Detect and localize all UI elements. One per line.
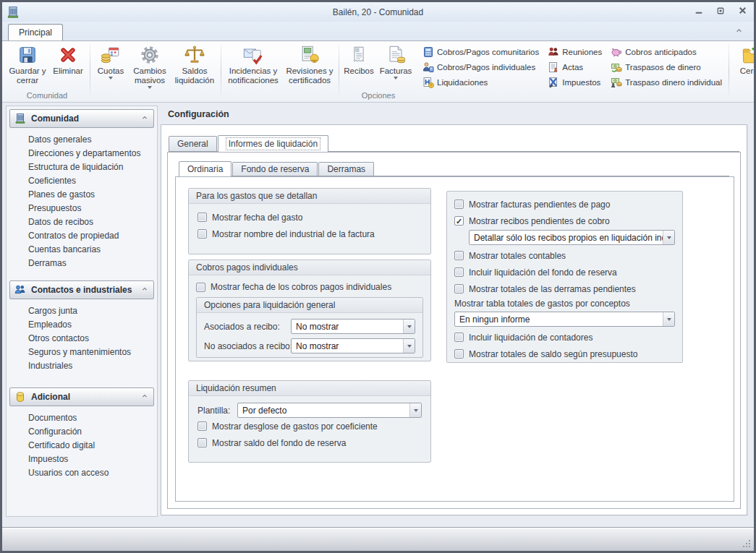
- checkbox-mostrar-fecha-del-gasto[interactable]: [198, 213, 207, 222]
- tab-label: General: [177, 139, 208, 149]
- ribbon-group-separator: [339, 44, 339, 100]
- sidebar-item-datos-de-recibos[interactable]: Datos de recibos: [7, 215, 157, 229]
- sidebar-item-presupuestos[interactable]: Presupuestos: [7, 202, 157, 215]
- minimize-button[interactable]: [692, 5, 706, 18]
- checkbox-mostrar-nombre-industrial[interactable]: [198, 229, 207, 239]
- ribbon-group-separator: [221, 44, 221, 100]
- sidebar-group-adicional[interactable]: Adicional: [9, 387, 154, 406]
- dropdown-arrow-button[interactable]: [663, 312, 674, 326]
- sidebar-item-empleados[interactable]: Empleados: [7, 318, 157, 332]
- ribbon-button-cuotas[interactable]: Cuotas: [93, 43, 129, 90]
- tab-general[interactable]: General: [169, 136, 217, 151]
- detallar-recibos-dropdown[interactable]: Detallar sólo los recibos propios en liq…: [469, 230, 675, 245]
- sidebar-item-cargos-junta[interactable]: Cargos junta: [7, 304, 157, 318]
- ribbon-item-liquidaciones[interactable]: Liquidaciones: [420, 74, 541, 90]
- tabla-totales-dropdown[interactable]: En ningun informe: [454, 312, 675, 327]
- sidebar-group-contactos-e-industriales[interactable]: Contactos e industriales: [9, 280, 154, 299]
- dropdown-value: No mostrar: [292, 320, 403, 333]
- checkbox-row: Incluir liquidación de contadores: [454, 329, 675, 346]
- sidebar-item-direcciones-y-departamentos[interactable]: Direcciones y departamentos: [7, 147, 157, 160]
- ribbon-item-cobros-anticipados[interactable]: Cobros anticipados: [608, 44, 724, 59]
- dropdown-arrow-button[interactable]: [663, 231, 674, 244]
- ribbon-tab-principal[interactable]: Principal: [8, 24, 63, 40]
- sidebar-item-coeficientes[interactable]: Coeficientes: [7, 174, 157, 188]
- ribbon-group-opciones: T Recibos Facturas Opciones: [340, 42, 417, 102]
- checkbox-mostrar-desglose[interactable]: [198, 421, 207, 431]
- sidebar-item-documentos[interactable]: Documentos: [7, 411, 157, 425]
- ribbon-item-traspaso-dinero-individual[interactable]: Traspaso dinero individual: [608, 74, 724, 90]
- window-title: Bailén, 20 - Comunidad: [2, 7, 754, 17]
- checkbox-saldo-segun-presupuesto[interactable]: [454, 349, 464, 359]
- ribbon-item-reuniones[interactable]: Reuniones: [545, 44, 604, 59]
- no-asociados-a-recibo-dropdown[interactable]: No mostrar: [291, 338, 415, 353]
- sidebar-item-cuentas-bancarias[interactable]: Cuentas bancarias: [7, 243, 157, 257]
- ribbon-button-facturas[interactable]: Facturas: [376, 43, 415, 90]
- calculator-icon: [422, 46, 434, 58]
- subtab-strip: Ordinaria Fondo de reserva Derramas: [179, 162, 729, 176]
- chevron-up-icon[interactable]: [140, 392, 149, 403]
- chevron-down-icon: [667, 236, 671, 239]
- restore-icon: [715, 5, 726, 18]
- sidebar-item-seguros-y-mantenimientos[interactable]: Seguros y mantenimientos: [7, 346, 157, 359]
- ribbon-item-label: Impuestos: [562, 78, 600, 87]
- checkbox-row: Mostrar desglose de gastos por coeficien…: [198, 418, 422, 434]
- sidebar-item-estructura-de-liquidacion[interactable]: Estructura de liquidación: [7, 160, 157, 174]
- ribbon-item-cobros-pagos-individuales[interactable]: Cobros/Pagos individuales: [420, 59, 541, 74]
- content-area: Comunidad Datos generales Direcciones y …: [2, 103, 754, 527]
- checkbox-derramas-pendientes[interactable]: [454, 284, 464, 293]
- sidebar-item-derramas[interactable]: Derramas: [7, 257, 157, 270]
- chevron-down-icon: [414, 409, 418, 412]
- groupbox-title: Opciones para liquidación general: [197, 298, 422, 313]
- checkbox-recibos-pendientes[interactable]: [454, 216, 464, 226]
- checkbox-mostrar-fecha-cobros[interactable]: [196, 283, 205, 292]
- ribbon-button-cambios-masivos[interactable]: Cambios masivos: [129, 43, 171, 90]
- tab-informes-de-liquidacion[interactable]: Informes de liquidación: [218, 135, 328, 152]
- close-folder-icon: [741, 44, 754, 66]
- sidebar-item-contratos-de-propiedad[interactable]: Contratos de propiedad: [7, 229, 157, 243]
- checkbox-totales-contables[interactable]: [454, 251, 464, 260]
- ribbon-button-eliminar[interactable]: Eliminar: [48, 43, 88, 90]
- ribbon-button-revisiones-y-certificados[interactable]: Revisiones y certificados: [283, 43, 336, 90]
- checkbox-liquidacion-contadores[interactable]: [454, 333, 464, 342]
- dropdown-arrow-button[interactable]: [403, 320, 415, 333]
- sidebar-item-certificado-digital[interactable]: Certificado digital: [7, 439, 157, 453]
- dropdown-arrow-button[interactable]: [409, 403, 421, 417]
- ribbon-collapse-button[interactable]: [732, 26, 745, 38]
- ribbon-item-traspasos-de-dinero[interactable]: Traspasos de dinero: [608, 59, 724, 74]
- ribbon-button-cerrar[interactable]: Cerrar: [731, 43, 754, 90]
- checkbox-incluir-fondo-reserva[interactable]: [454, 267, 464, 277]
- doc-bell-icon: [299, 44, 320, 66]
- sidebar-item-otros-contactos[interactable]: Otros contactos: [7, 332, 157, 346]
- sidebar-item-impuestos[interactable]: Impuestos: [7, 453, 157, 466]
- ribbon-button-recibos[interactable]: T Recibos: [341, 43, 376, 90]
- sidebar-item-industriales[interactable]: Industriales: [7, 359, 157, 373]
- subtab-ordinaria[interactable]: Ordinaria: [179, 161, 232, 176]
- checkbox-label: Mostrar totales contables: [469, 251, 566, 261]
- checkbox-mostrar-saldo-fondo[interactable]: [198, 438, 207, 447]
- ribbon-item-impuestos[interactable]: Impuestos: [545, 74, 604, 90]
- ribbon-button-guardar-y-cerrar[interactable]: Guardar y cerrar: [7, 43, 48, 90]
- sidebar-item-usuarios-con-acceso[interactable]: Usuarios con acceso: [7, 466, 157, 480]
- plantilla-dropdown[interactable]: Por defecto: [237, 403, 422, 418]
- money-transfer-person-icon: [611, 77, 622, 88]
- sidebar-item-planes-de-gastos[interactable]: Planes de gastos: [7, 188, 157, 202]
- close-button[interactable]: [735, 5, 749, 18]
- ribbon-item-cobros-pagos-comunitarios[interactable]: Cobros/Pagos comunitarios: [420, 44, 541, 59]
- building-icon: [14, 113, 26, 124]
- chevron-up-icon[interactable]: [140, 113, 149, 124]
- sidebar-item-configuracion[interactable]: Configuración: [7, 425, 157, 439]
- sidebar-group-comunidad[interactable]: Comunidad: [9, 109, 154, 128]
- resize-grip[interactable]: [742, 539, 752, 549]
- ribbon-button-incidencias-y-notificaciones[interactable]: Incidencias y notificaciones: [224, 43, 283, 90]
- asociados-a-recibo-dropdown[interactable]: No mostrar: [291, 319, 415, 334]
- chevron-up-icon[interactable]: [140, 285, 149, 296]
- ribbon-item-actas[interactable]: Actas: [545, 59, 604, 74]
- restore-button[interactable]: [713, 5, 728, 18]
- ribbon-button-saldos-liquidacion[interactable]: Saldos liquidación: [171, 43, 218, 90]
- dropdown-arrow-button[interactable]: [403, 339, 415, 353]
- checkbox-facturas-pendientes[interactable]: [454, 200, 464, 209]
- subtab-fondo-de-reserva[interactable]: Fondo de reserva: [232, 162, 318, 176]
- sidebar-item-datos-generales[interactable]: Datos generales: [7, 133, 157, 147]
- subtab-derramas[interactable]: Derramas: [318, 162, 374, 176]
- navigation-sidebar: Comunidad Datos generales Direcciones y …: [6, 106, 158, 517]
